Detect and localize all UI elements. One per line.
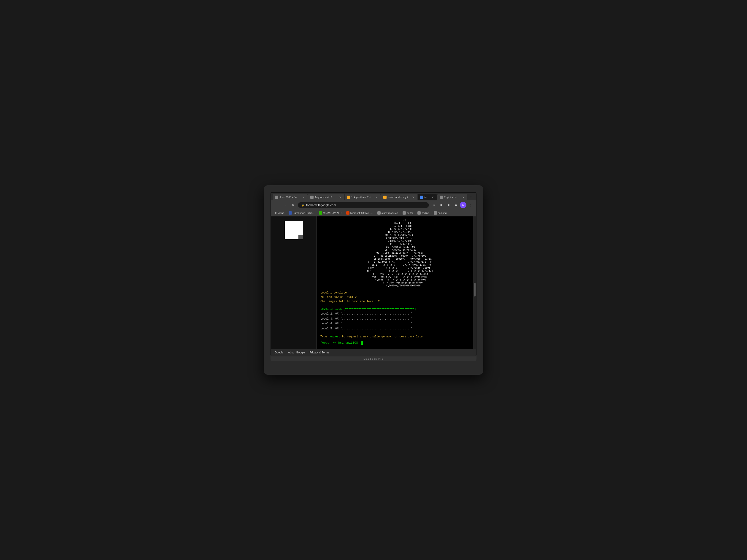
tab-close-tab6[interactable]: ✕ [461,195,465,199]
tab-tab4[interactable]: How I landed my interv…✕ [381,194,417,201]
bookmarks-bar: ⊞AppsCambridge Dictio…네이버 영이사전Microsoft … [271,210,476,216]
bookmark-label-4: study resource [382,212,398,214]
tab-label-tab2: Trigonometric R metho… [315,196,337,198]
bookmark-1[interactable]: Cambridge Dictio… [287,211,316,215]
bookmark-icon-2 [319,211,322,215]
laptop-outer: June 2008 – June 2017✕Trigonometric R me… [264,185,483,375]
browser-chrome: June 2008 – June 2017✕Trigonometric R me… [271,193,476,216]
terminal-content[interactable]: /0 0-/0 00 0--/ %/0 0$%0 0-((((%//0////0… [317,216,473,349]
nav-actions: ☆ ■ ■ ◆ S ⋮ [431,202,474,208]
terminal-area: /0 0-/0 00 0--/ %/0 0$%0 0-((((%//0////0… [271,216,476,349]
tab-favicon-tab2 [310,195,313,199]
extensions2-button[interactable]: ■ [445,202,452,208]
bookmark-label-2: 네이버 영이사전 [323,211,341,215]
bookmark-label-5: guitar [407,212,413,214]
sidebar-panel [271,216,317,349]
tab-favicon-tab1 [275,195,278,199]
address-bar[interactable]: 🔒 foobar.withgoogle.com [298,202,429,208]
bookmark-icon-3 [346,211,350,215]
progress-line-3: Level 4: 0% [...........................… [320,321,470,326]
tab-bar: June 2008 – June 2017✕Trigonometric R me… [271,193,476,201]
tab-favicon-tab6 [440,195,443,199]
prompt-text: foobar:~/ hsihun1130$ [320,341,358,345]
footer-link-0[interactable]: Google [275,351,284,354]
tab-favicon-tab5 [420,195,423,199]
bookmark-icon-5 [403,211,406,215]
screen: June 2008 – June 2017✕Trigonometric R me… [271,192,476,356]
bookmark-label-0: Apps [278,212,284,214]
footer-link-2[interactable]: Privacy & Terms [309,351,329,354]
tab-close-tab2[interactable]: ✕ [338,195,342,199]
tab-close-tab1[interactable]: ✕ [302,195,305,199]
logo-box [285,221,303,239]
challenges-msg: Challenges left to complete level: 2 [320,299,470,304]
tab-close-tab5[interactable]: ✕ [431,195,435,199]
level-now-msg: You are now on level 2 [320,295,470,299]
scrollbar-thumb[interactable] [474,283,475,296]
back-button[interactable]: ← [273,202,280,208]
terminal-output: Level 1 complete You are now on level 2 … [320,291,470,304]
tab-tab3[interactable]: 1. Algorithmic Thinking…✕ [345,194,381,201]
tab-tab6[interactable]: Repl.it – code_test✕ [437,194,467,201]
request-keyword: request [329,335,340,338]
ascii-art: /0 0-/0 00 0--/ %/0 0$%0 0-((((%//0////0… [320,219,470,287]
bookmark-icon-4 [378,211,381,215]
progress-line-2: Level 3: 0% [...........................… [320,317,470,322]
reload-button[interactable]: ↻ [290,202,296,208]
tab-close-tab3[interactable]: ✕ [375,195,378,199]
puzzle-button[interactable]: ◆ [453,202,459,208]
tab-favicon-tab3 [347,195,350,199]
menu-button[interactable]: ⋮ [467,202,474,208]
apps-icon: ⊞ [275,211,277,215]
forward-button[interactable]: → [282,202,288,208]
tab-label-tab6: Repl.it – code_test [444,196,460,198]
request-suffix: to request a new challenge now, or come … [340,335,426,338]
tab-favicon-tab4 [383,195,387,199]
bookmark-3[interactable]: Microsoft Office H… [344,211,375,215]
request-line: Type request to request a new challenge … [320,335,470,338]
bookmark-label-1: Cambridge Dictio… [293,212,314,214]
progress-line-4: Level 5: 0% [...........................… [320,326,470,331]
tab-label-tab3: 1. Algorithmic Thinking… [351,196,374,198]
progress-line-0: Level 1: 100% [=========================… [320,307,470,312]
bookmark-star-button[interactable]: ☆ [431,202,437,208]
profile-button[interactable]: S [460,202,466,208]
bookmark-2[interactable]: 네이버 영이사전 [317,210,343,215]
tab-label-tab5: foo.bar [424,196,430,198]
level-complete-msg: Level 1 complete [320,291,470,295]
tab-tab2[interactable]: Trigonometric R metho…✕ [308,194,344,201]
extensions-button[interactable]: ■ [438,202,444,208]
scrollbar-track[interactable] [473,216,476,349]
tab-label-tab1: June 2008 – June 2017 [279,196,301,198]
cursor [361,341,363,345]
url-text: foobar.withgoogle.com [306,203,426,207]
tab-label-tab4: How I landed my interv… [388,196,410,198]
new-tab-button[interactable]: + [468,194,474,201]
bookmark-label-3: Microsoft Office H… [351,212,373,214]
prompt-line: foobar:~/ hsihun1130$ [320,341,470,345]
footer-link-1[interactable]: About Google [288,351,305,354]
laptop-base: MacBook Pro [271,356,476,361]
lock-icon: 🔒 [301,204,304,207]
progress-line-1: Level 2: 0% [...........................… [320,312,470,317]
bookmark-7[interactable]: banking [432,211,448,215]
bookmark-icon-7 [434,211,437,215]
bookmark-label-7: banking [438,212,447,214]
bookmark-6[interactable]: coding [416,211,431,215]
request-prefix: Type [320,335,329,338]
tab-tab5[interactable]: foo.bar✕ [418,194,437,201]
tab-tab1[interactable]: June 2008 – June 2017✕ [273,194,308,201]
bookmark-label-6: coding [421,212,429,214]
progress-section: Level 1: 100% [=========================… [320,307,470,331]
footer-bar: GoogleAbout GooglePrivacy & Terms [271,349,476,356]
bookmark-0[interactable]: ⊞Apps [273,211,286,215]
bookmark-4[interactable]: study resource [376,211,400,215]
bookmark-icon-6 [417,211,421,215]
nav-bar: ← → ↻ 🔒 foobar.withgoogle.com ☆ ■ ■ ◆ S … [271,201,476,210]
tab-close-tab4[interactable]: ✕ [411,195,415,199]
brand-text: MacBook Pro [363,357,384,360]
bookmark-icon-1 [289,211,292,215]
bookmark-5[interactable]: guitar [401,211,415,215]
